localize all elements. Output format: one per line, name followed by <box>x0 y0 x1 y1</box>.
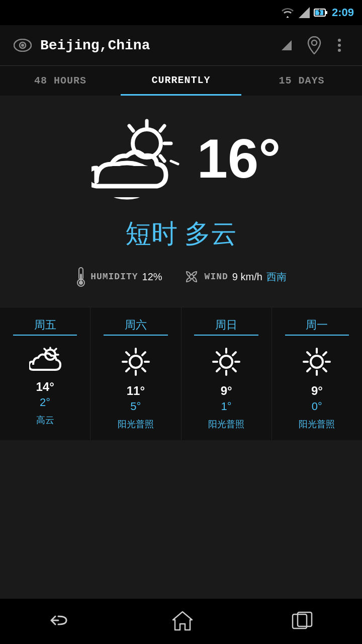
wind-stat: WIND 9 km/h 西南 <box>183 268 287 286</box>
svg-line-46 <box>126 368 129 371</box>
status-bar: 2:09 <box>0 0 362 25</box>
thermometer-icon <box>75 267 86 287</box>
wind-direction: 西南 <box>266 270 287 284</box>
wind-icon <box>183 268 201 286</box>
forecast-low-sat: 5° <box>130 400 141 413</box>
tab-15days[interactable]: 15 DAYS <box>241 66 362 96</box>
svg-line-17 <box>160 126 164 131</box>
forecast-high-sat: 11° <box>127 384 145 398</box>
svg-point-12 <box>338 39 341 42</box>
eye-icon[interactable] <box>10 33 35 58</box>
svg-marker-65 <box>173 612 192 630</box>
forecast-section: 周五 14° 2° 高云 周六 <box>0 307 362 440</box>
sort-indicator <box>282 40 292 50</box>
back-button[interactable] <box>48 610 74 632</box>
forecast-icon-sat <box>121 347 151 379</box>
signal-icon <box>299 7 310 18</box>
svg-line-53 <box>233 368 236 371</box>
svg-line-20 <box>129 126 133 131</box>
svg-line-64 <box>307 368 310 371</box>
forecast-desc-sat: 阳光普照 <box>118 418 154 430</box>
forecast-desc-sun: 阳光普照 <box>208 418 244 430</box>
forecast-icon-mon <box>302 347 332 379</box>
recents-button[interactable] <box>291 610 314 632</box>
svg-line-45 <box>142 352 145 355</box>
day-sun: 周日 <box>194 317 258 336</box>
svg-point-32 <box>190 275 194 279</box>
svg-rect-27 <box>81 116 92 201</box>
humidity-value: 12% <box>142 271 162 283</box>
weather-display: 16° <box>81 116 281 201</box>
svg-line-61 <box>307 352 310 355</box>
svg-point-11 <box>312 40 317 45</box>
svg-line-35 <box>55 349 56 350</box>
temperature: 16° <box>197 131 281 186</box>
svg-point-14 <box>338 49 341 52</box>
svg-marker-0 <box>299 7 310 18</box>
svg-line-19 <box>160 156 164 161</box>
location-icon[interactable] <box>302 33 327 58</box>
forecast-high-sun: 9° <box>221 384 232 398</box>
forecast-icon-sun <box>211 347 241 379</box>
svg-rect-30 <box>80 274 82 281</box>
weather-icon-main <box>81 116 182 201</box>
svg-point-56 <box>311 356 323 368</box>
svg-point-13 <box>338 44 341 47</box>
wind-value: 9 km/h <box>232 271 262 283</box>
forecast-desc-mon: 阳光普照 <box>299 418 335 430</box>
home-button[interactable] <box>171 610 194 633</box>
forecast-day-fri: 周五 14° 2° 高云 <box>0 307 90 440</box>
svg-line-44 <box>142 368 145 371</box>
svg-line-54 <box>233 352 236 355</box>
forecast-high-mon: 9° <box>311 384 323 398</box>
forecast-low-mon: 0° <box>312 400 322 413</box>
svg-point-9 <box>21 44 24 47</box>
forecast-day-mon: 周一 9° 0° 阳光普照 <box>272 307 362 440</box>
svg-line-55 <box>217 368 220 371</box>
main-weather: 16° 短时 多云 HUMIDITY 12% WIND <box>0 96 362 307</box>
svg-line-21 <box>171 161 178 164</box>
battery-icon <box>314 7 328 18</box>
forecast-desc-fri: 高云 <box>36 414 54 426</box>
svg-point-47 <box>220 356 232 368</box>
forecast-high-fri: 14° <box>36 380 54 394</box>
tab-48hours[interactable]: 48 HOURS <box>0 66 121 96</box>
city-name: Beijing,China <box>40 38 282 53</box>
svg-marker-10 <box>282 40 292 50</box>
humidity-stat: HUMIDITY 12% <box>75 267 162 287</box>
svg-line-43 <box>126 352 129 355</box>
humidity-label: HUMIDITY <box>90 272 138 282</box>
svg-point-31 <box>79 281 83 285</box>
menu-icon[interactable] <box>327 33 352 58</box>
svg-line-52 <box>217 352 220 355</box>
wind-label: WIND <box>205 272 228 282</box>
svg-line-37 <box>44 349 46 350</box>
svg-line-62 <box>323 368 326 371</box>
status-time: 2:09 <box>332 6 354 19</box>
bottom-nav <box>0 599 362 644</box>
svg-rect-2 <box>326 11 327 14</box>
forecast-day-sun: 周日 9° 1° 阳光普照 <box>182 307 272 440</box>
day-fri: 周五 <box>13 317 77 336</box>
svg-rect-25 <box>97 180 162 197</box>
wifi-icon <box>281 7 295 18</box>
svg-point-38 <box>130 356 142 368</box>
forecast-low-sun: 1° <box>221 400 232 413</box>
nav-tabs: 48 HOURS CURRENTLY 15 DAYS <box>0 65 362 96</box>
forecast-day-sat: 周六 11° 5° 阳光普照 <box>90 307 181 440</box>
forecast-low-fri: 2° <box>40 396 50 409</box>
weather-stats: HUMIDITY 12% WIND 9 km/h 西南 <box>75 267 287 287</box>
forecast-icon-fri <box>29 347 61 375</box>
day-sat: 周六 <box>104 317 167 336</box>
top-bar: Beijing,China <box>0 25 362 65</box>
svg-line-63 <box>323 352 326 355</box>
day-mon: 周一 <box>285 317 349 336</box>
tab-currently[interactable]: CURRENTLY <box>121 66 241 96</box>
weather-description: 短时 多云 <box>125 216 237 252</box>
